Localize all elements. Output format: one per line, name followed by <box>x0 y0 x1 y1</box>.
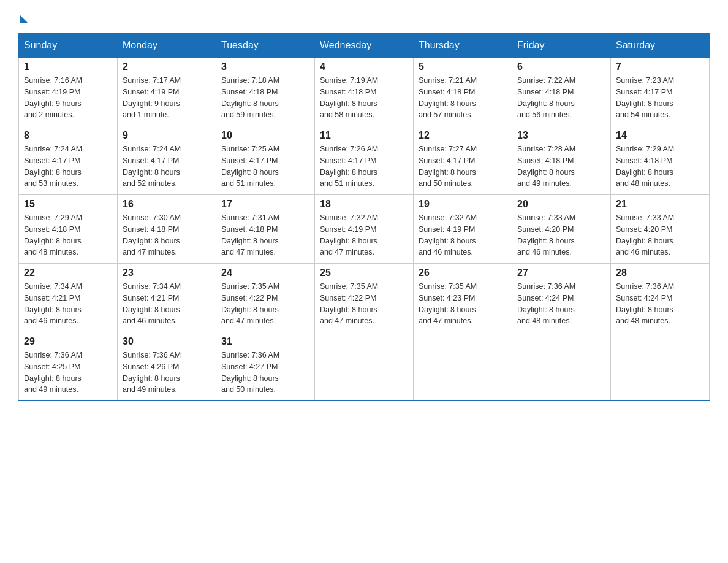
logo <box>18 12 28 21</box>
day-info: Sunrise: 7:33 AMSunset: 4:20 PMDaylight:… <box>517 212 605 258</box>
day-number: 2 <box>123 61 211 72</box>
day-number: 26 <box>419 267 507 278</box>
day-number: 24 <box>221 267 309 278</box>
day-number: 3 <box>221 61 309 72</box>
day-number: 22 <box>24 267 112 278</box>
day-number: 19 <box>419 199 507 210</box>
col-header-friday: Friday <box>512 34 611 58</box>
calendar-cell: 17 Sunrise: 7:31 AMSunset: 4:18 PMDaylig… <box>216 195 315 264</box>
day-info: Sunrise: 7:29 AMSunset: 4:18 PMDaylight:… <box>616 144 704 190</box>
day-number: 27 <box>517 267 605 278</box>
calendar-cell: 24 Sunrise: 7:35 AMSunset: 4:22 PMDaylig… <box>216 264 315 332</box>
day-info: Sunrise: 7:26 AMSunset: 4:17 PMDaylight:… <box>320 144 408 190</box>
day-info: Sunrise: 7:18 AMSunset: 4:18 PMDaylight:… <box>221 75 309 121</box>
col-header-sunday: Sunday <box>19 34 118 58</box>
calendar-cell <box>414 332 512 401</box>
day-number: 15 <box>24 199 112 210</box>
day-number: 20 <box>517 199 605 210</box>
calendar-cell: 5 Sunrise: 7:21 AMSunset: 4:18 PMDayligh… <box>414 58 512 126</box>
calendar-cell: 19 Sunrise: 7:32 AMSunset: 4:19 PMDaylig… <box>414 195 512 264</box>
day-info: Sunrise: 7:34 AMSunset: 4:21 PMDaylight:… <box>24 281 112 327</box>
day-info: Sunrise: 7:35 AMSunset: 4:23 PMDaylight:… <box>419 281 507 327</box>
day-info: Sunrise: 7:31 AMSunset: 4:18 PMDaylight:… <box>221 212 309 258</box>
day-info: Sunrise: 7:22 AMSunset: 4:18 PMDaylight:… <box>517 75 605 121</box>
calendar-week-row: 8 Sunrise: 7:24 AMSunset: 4:17 PMDayligh… <box>19 126 710 195</box>
calendar-cell: 27 Sunrise: 7:36 AMSunset: 4:24 PMDaylig… <box>512 264 611 332</box>
col-header-thursday: Thursday <box>414 34 512 58</box>
day-info: Sunrise: 7:17 AMSunset: 4:19 PMDaylight:… <box>123 75 211 121</box>
day-number: 9 <box>123 130 211 141</box>
col-header-wednesday: Wednesday <box>315 34 414 58</box>
day-number: 14 <box>616 130 704 141</box>
day-info: Sunrise: 7:36 AMSunset: 4:27 PMDaylight:… <box>221 350 309 396</box>
calendar-cell: 31 Sunrise: 7:36 AMSunset: 4:27 PMDaylig… <box>216 332 315 401</box>
calendar-week-row: 22 Sunrise: 7:34 AMSunset: 4:21 PMDaylig… <box>19 264 710 332</box>
col-header-tuesday: Tuesday <box>216 34 315 58</box>
day-info: Sunrise: 7:35 AMSunset: 4:22 PMDaylight:… <box>221 281 309 327</box>
day-info: Sunrise: 7:36 AMSunset: 4:25 PMDaylight:… <box>24 350 112 396</box>
calendar-cell: 4 Sunrise: 7:19 AMSunset: 4:18 PMDayligh… <box>315 58 414 126</box>
day-info: Sunrise: 7:36 AMSunset: 4:24 PMDaylight:… <box>517 281 605 327</box>
calendar-cell <box>315 332 414 401</box>
day-number: 8 <box>24 130 112 141</box>
calendar-cell: 6 Sunrise: 7:22 AMSunset: 4:18 PMDayligh… <box>512 58 611 126</box>
logo-arrow-icon <box>20 15 28 23</box>
calendar-cell: 13 Sunrise: 7:28 AMSunset: 4:18 PMDaylig… <box>512 126 611 195</box>
day-number: 13 <box>517 130 605 141</box>
calendar-cell: 8 Sunrise: 7:24 AMSunset: 4:17 PMDayligh… <box>19 126 118 195</box>
calendar-cell: 30 Sunrise: 7:36 AMSunset: 4:26 PMDaylig… <box>118 332 216 401</box>
day-number: 1 <box>24 61 112 72</box>
day-number: 28 <box>616 267 704 278</box>
day-info: Sunrise: 7:35 AMSunset: 4:22 PMDaylight:… <box>320 281 408 327</box>
calendar-cell: 21 Sunrise: 7:33 AMSunset: 4:20 PMDaylig… <box>611 195 710 264</box>
calendar-cell: 2 Sunrise: 7:17 AMSunset: 4:19 PMDayligh… <box>118 58 216 126</box>
calendar-cell: 22 Sunrise: 7:34 AMSunset: 4:21 PMDaylig… <box>19 264 118 332</box>
page-header <box>18 12 710 21</box>
day-info: Sunrise: 7:36 AMSunset: 4:24 PMDaylight:… <box>616 281 704 327</box>
day-number: 6 <box>517 61 605 72</box>
calendar-cell: 28 Sunrise: 7:36 AMSunset: 4:24 PMDaylig… <box>611 264 710 332</box>
day-number: 29 <box>24 336 112 347</box>
calendar-cell: 23 Sunrise: 7:34 AMSunset: 4:21 PMDaylig… <box>118 264 216 332</box>
calendar-cell: 1 Sunrise: 7:16 AMSunset: 4:19 PMDayligh… <box>19 58 118 126</box>
day-number: 4 <box>320 61 408 72</box>
day-number: 12 <box>419 130 507 141</box>
calendar-cell: 7 Sunrise: 7:23 AMSunset: 4:17 PMDayligh… <box>611 58 710 126</box>
calendar-cell: 26 Sunrise: 7:35 AMSunset: 4:23 PMDaylig… <box>414 264 512 332</box>
day-info: Sunrise: 7:28 AMSunset: 4:18 PMDaylight:… <box>517 144 605 190</box>
day-info: Sunrise: 7:32 AMSunset: 4:19 PMDaylight:… <box>419 212 507 258</box>
day-number: 30 <box>123 336 211 347</box>
day-number: 7 <box>616 61 704 72</box>
day-info: Sunrise: 7:19 AMSunset: 4:18 PMDaylight:… <box>320 75 408 121</box>
calendar-week-row: 29 Sunrise: 7:36 AMSunset: 4:25 PMDaylig… <box>19 332 710 401</box>
calendar-cell: 3 Sunrise: 7:18 AMSunset: 4:18 PMDayligh… <box>216 58 315 126</box>
day-info: Sunrise: 7:30 AMSunset: 4:18 PMDaylight:… <box>123 212 211 258</box>
day-number: 5 <box>419 61 507 72</box>
day-info: Sunrise: 7:25 AMSunset: 4:17 PMDaylight:… <box>221 144 309 190</box>
day-number: 11 <box>320 130 408 141</box>
calendar-cell: 10 Sunrise: 7:25 AMSunset: 4:17 PMDaylig… <box>216 126 315 195</box>
calendar-week-row: 1 Sunrise: 7:16 AMSunset: 4:19 PMDayligh… <box>19 58 710 126</box>
calendar-cell: 9 Sunrise: 7:24 AMSunset: 4:17 PMDayligh… <box>118 126 216 195</box>
day-number: 18 <box>320 199 408 210</box>
day-info: Sunrise: 7:24 AMSunset: 4:17 PMDaylight:… <box>123 144 211 190</box>
day-number: 17 <box>221 199 309 210</box>
day-info: Sunrise: 7:24 AMSunset: 4:17 PMDaylight:… <box>24 144 112 190</box>
calendar-cell: 11 Sunrise: 7:26 AMSunset: 4:17 PMDaylig… <box>315 126 414 195</box>
day-number: 21 <box>616 199 704 210</box>
calendar-cell: 12 Sunrise: 7:27 AMSunset: 4:17 PMDaylig… <box>414 126 512 195</box>
calendar-cell <box>512 332 611 401</box>
day-info: Sunrise: 7:23 AMSunset: 4:17 PMDaylight:… <box>616 75 704 121</box>
calendar-header-row: SundayMondayTuesdayWednesdayThursdayFrid… <box>19 34 710 58</box>
calendar-table: SundayMondayTuesdayWednesdayThursdayFrid… <box>18 33 710 401</box>
calendar-cell <box>611 332 710 401</box>
calendar-week-row: 15 Sunrise: 7:29 AMSunset: 4:18 PMDaylig… <box>19 195 710 264</box>
day-info: Sunrise: 7:34 AMSunset: 4:21 PMDaylight:… <box>123 281 211 327</box>
day-info: Sunrise: 7:27 AMSunset: 4:17 PMDaylight:… <box>419 144 507 190</box>
calendar-cell: 15 Sunrise: 7:29 AMSunset: 4:18 PMDaylig… <box>19 195 118 264</box>
day-number: 16 <box>123 199 211 210</box>
day-info: Sunrise: 7:16 AMSunset: 4:19 PMDaylight:… <box>24 75 112 121</box>
calendar-cell: 25 Sunrise: 7:35 AMSunset: 4:22 PMDaylig… <box>315 264 414 332</box>
day-info: Sunrise: 7:36 AMSunset: 4:26 PMDaylight:… <box>123 350 211 396</box>
day-number: 31 <box>221 336 309 347</box>
